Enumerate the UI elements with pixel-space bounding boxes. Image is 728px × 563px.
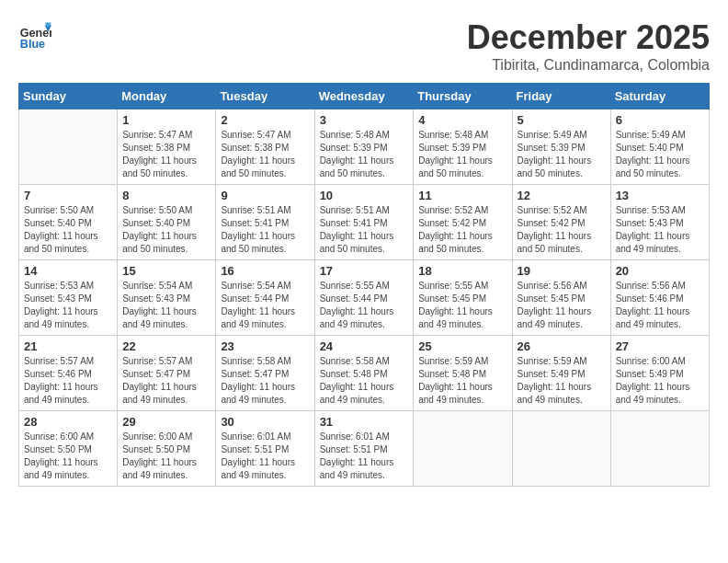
calendar-cell: 9Sunrise: 5:51 AM Sunset: 5:41 PM Daylig… xyxy=(216,185,314,260)
calendar-cell: 20Sunrise: 5:56 AM Sunset: 5:46 PM Dayli… xyxy=(610,260,709,336)
calendar-cell: 8Sunrise: 5:50 AM Sunset: 5:40 PM Daylig… xyxy=(118,185,216,260)
day-number: 4 xyxy=(418,113,506,127)
day-info: Sunrise: 5:51 AM Sunset: 5:41 PM Dayligh… xyxy=(221,204,309,256)
day-info: Sunrise: 5:55 AM Sunset: 5:45 PM Dayligh… xyxy=(418,280,506,331)
weekday-header-tuesday: Tuesday xyxy=(216,84,314,109)
day-number: 12 xyxy=(518,189,606,202)
svg-text:Blue: Blue xyxy=(20,38,45,51)
day-info: Sunrise: 5:58 AM Sunset: 5:47 PM Dayligh… xyxy=(221,355,309,407)
day-number: 17 xyxy=(320,264,409,278)
day-number: 25 xyxy=(418,339,506,353)
calendar-cell xyxy=(610,411,709,487)
day-info: Sunrise: 5:57 AM Sunset: 5:47 PM Dayligh… xyxy=(122,355,210,407)
calendar-cell xyxy=(19,109,118,185)
day-info: Sunrise: 5:50 AM Sunset: 5:40 PM Dayligh… xyxy=(122,204,210,256)
calendar-cell xyxy=(512,411,610,487)
logo: General Blue xyxy=(18,18,55,52)
day-number: 23 xyxy=(221,339,309,353)
calendar-cell: 24Sunrise: 5:58 AM Sunset: 5:48 PM Dayli… xyxy=(314,336,414,411)
day-number: 13 xyxy=(616,189,704,202)
weekday-header-wednesday: Wednesday xyxy=(314,84,414,109)
calendar-week-5: 28Sunrise: 6:00 AM Sunset: 5:50 PM Dayli… xyxy=(19,411,710,487)
day-info: Sunrise: 5:59 AM Sunset: 5:48 PM Dayligh… xyxy=(418,355,506,407)
calendar-week-2: 7Sunrise: 5:50 AM Sunset: 5:40 PM Daylig… xyxy=(19,185,710,260)
day-number: 11 xyxy=(418,189,506,202)
month-title: December 2025 xyxy=(467,18,710,57)
calendar-cell: 21Sunrise: 5:57 AM Sunset: 5:46 PM Dayli… xyxy=(19,336,118,411)
location-subtitle: Tibirita, Cundinamarca, Colombia xyxy=(467,57,710,74)
day-number: 8 xyxy=(122,189,210,202)
weekday-header-sunday: Sunday xyxy=(19,84,118,109)
day-number: 2 xyxy=(221,113,309,127)
day-number: 24 xyxy=(320,339,409,353)
day-info: Sunrise: 5:49 AM Sunset: 5:40 PM Dayligh… xyxy=(616,129,704,180)
day-info: Sunrise: 5:48 AM Sunset: 5:39 PM Dayligh… xyxy=(320,129,409,180)
day-info: Sunrise: 5:48 AM Sunset: 5:39 PM Dayligh… xyxy=(418,129,506,180)
day-number: 21 xyxy=(24,339,112,353)
calendar-cell: 15Sunrise: 5:54 AM Sunset: 5:43 PM Dayli… xyxy=(118,260,216,336)
calendar-cell: 12Sunrise: 5:52 AM Sunset: 5:42 PM Dayli… xyxy=(512,185,610,260)
calendar-cell: 3Sunrise: 5:48 AM Sunset: 5:39 PM Daylig… xyxy=(314,109,414,185)
calendar-cell: 1Sunrise: 5:47 AM Sunset: 5:38 PM Daylig… xyxy=(118,109,216,185)
day-number: 6 xyxy=(616,113,704,127)
calendar-cell: 22Sunrise: 5:57 AM Sunset: 5:47 PM Dayli… xyxy=(118,336,216,411)
day-info: Sunrise: 5:56 AM Sunset: 5:45 PM Dayligh… xyxy=(518,280,606,331)
day-number: 30 xyxy=(221,415,309,429)
calendar-cell: 4Sunrise: 5:48 AM Sunset: 5:39 PM Daylig… xyxy=(414,109,512,185)
day-number: 27 xyxy=(616,339,704,353)
day-info: Sunrise: 5:52 AM Sunset: 5:42 PM Dayligh… xyxy=(518,204,606,256)
day-number: 10 xyxy=(320,189,409,202)
calendar-cell: 10Sunrise: 5:51 AM Sunset: 5:41 PM Dayli… xyxy=(314,185,414,260)
day-info: Sunrise: 5:52 AM Sunset: 5:42 PM Dayligh… xyxy=(418,204,506,256)
weekday-header-thursday: Thursday xyxy=(414,84,512,109)
calendar-cell: 5Sunrise: 5:49 AM Sunset: 5:39 PM Daylig… xyxy=(512,109,610,185)
calendar-cell: 16Sunrise: 5:54 AM Sunset: 5:44 PM Dayli… xyxy=(216,260,314,336)
day-number: 3 xyxy=(320,113,409,127)
calendar-week-1: 1Sunrise: 5:47 AM Sunset: 5:38 PM Daylig… xyxy=(19,109,710,185)
calendar-cell: 31Sunrise: 6:01 AM Sunset: 5:51 PM Dayli… xyxy=(314,411,414,487)
calendar-cell: 2Sunrise: 5:47 AM Sunset: 5:38 PM Daylig… xyxy=(216,109,314,185)
day-info: Sunrise: 6:01 AM Sunset: 5:51 PM Dayligh… xyxy=(320,431,409,482)
calendar-cell: 6Sunrise: 5:49 AM Sunset: 5:40 PM Daylig… xyxy=(610,109,709,185)
day-number: 9 xyxy=(221,189,309,202)
page-header: General Blue December 2025 Tibirita, Cun… xyxy=(18,18,710,74)
calendar-cell: 28Sunrise: 6:00 AM Sunset: 5:50 PM Dayli… xyxy=(19,411,118,487)
day-number: 31 xyxy=(320,415,409,429)
day-info: Sunrise: 5:53 AM Sunset: 5:43 PM Dayligh… xyxy=(24,280,112,331)
day-info: Sunrise: 5:50 AM Sunset: 5:40 PM Dayligh… xyxy=(24,204,112,256)
calendar-cell: 27Sunrise: 6:00 AM Sunset: 5:49 PM Dayli… xyxy=(610,336,709,411)
calendar-cell xyxy=(414,411,512,487)
calendar-cell: 14Sunrise: 5:53 AM Sunset: 5:43 PM Dayli… xyxy=(19,260,118,336)
calendar-week-3: 14Sunrise: 5:53 AM Sunset: 5:43 PM Dayli… xyxy=(19,260,710,336)
calendar-cell: 18Sunrise: 5:55 AM Sunset: 5:45 PM Dayli… xyxy=(414,260,512,336)
calendar-cell: 30Sunrise: 6:01 AM Sunset: 5:51 PM Dayli… xyxy=(216,411,314,487)
day-info: Sunrise: 6:00 AM Sunset: 5:50 PM Dayligh… xyxy=(24,431,112,482)
day-number: 18 xyxy=(418,264,506,278)
calendar-week-4: 21Sunrise: 5:57 AM Sunset: 5:46 PM Dayli… xyxy=(19,336,710,411)
calendar-cell: 17Sunrise: 5:55 AM Sunset: 5:44 PM Dayli… xyxy=(314,260,414,336)
calendar-cell: 13Sunrise: 5:53 AM Sunset: 5:43 PM Dayli… xyxy=(610,185,709,260)
calendar-cell: 19Sunrise: 5:56 AM Sunset: 5:45 PM Dayli… xyxy=(512,260,610,336)
day-info: Sunrise: 5:56 AM Sunset: 5:46 PM Dayligh… xyxy=(616,280,704,331)
day-info: Sunrise: 5:47 AM Sunset: 5:38 PM Dayligh… xyxy=(122,129,210,180)
day-number: 7 xyxy=(24,189,112,202)
day-info: Sunrise: 5:49 AM Sunset: 5:39 PM Dayligh… xyxy=(518,129,606,180)
calendar-cell: 25Sunrise: 5:59 AM Sunset: 5:48 PM Dayli… xyxy=(414,336,512,411)
day-info: Sunrise: 5:51 AM Sunset: 5:41 PM Dayligh… xyxy=(320,204,409,256)
calendar-cell: 7Sunrise: 5:50 AM Sunset: 5:40 PM Daylig… xyxy=(19,185,118,260)
day-number: 19 xyxy=(518,264,606,278)
day-info: Sunrise: 6:00 AM Sunset: 5:49 PM Dayligh… xyxy=(616,355,704,407)
day-info: Sunrise: 5:47 AM Sunset: 5:38 PM Dayligh… xyxy=(221,129,309,180)
day-number: 29 xyxy=(122,415,210,429)
calendar-table: SundayMondayTuesdayWednesdayThursdayFrid… xyxy=(18,83,710,487)
calendar-cell: 11Sunrise: 5:52 AM Sunset: 5:42 PM Dayli… xyxy=(414,185,512,260)
day-number: 26 xyxy=(518,339,606,353)
day-number: 22 xyxy=(122,339,210,353)
calendar-cell: 23Sunrise: 5:58 AM Sunset: 5:47 PM Dayli… xyxy=(216,336,314,411)
day-info: Sunrise: 5:54 AM Sunset: 5:43 PM Dayligh… xyxy=(122,280,210,331)
day-number: 16 xyxy=(221,264,309,278)
day-number: 15 xyxy=(122,264,210,278)
weekday-header-monday: Monday xyxy=(118,84,216,109)
day-info: Sunrise: 5:53 AM Sunset: 5:43 PM Dayligh… xyxy=(616,204,704,256)
day-info: Sunrise: 5:59 AM Sunset: 5:49 PM Dayligh… xyxy=(518,355,606,407)
